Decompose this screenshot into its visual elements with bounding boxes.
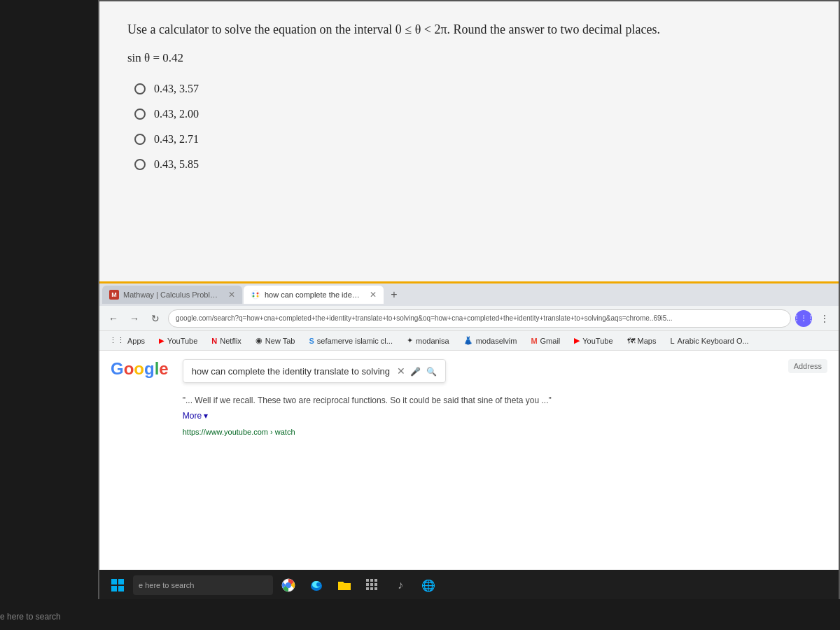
- bookmark-sefamerve[interactable]: S sefamerve islamic cl...: [304, 335, 397, 346]
- problem-title: Use a calculator to solve the equation o…: [127, 22, 811, 37]
- option-4[interactable]: 0.43, 5.85: [134, 158, 811, 171]
- svg-rect-23: [374, 587, 377, 590]
- google-logo: Google: [111, 359, 169, 379]
- taskbar-search-text: e here to search: [139, 581, 195, 589]
- bookmark-modaselvim[interactable]: 👗 modaselvim: [459, 335, 522, 346]
- maps-icon: 🗺: [627, 337, 635, 345]
- radio-4[interactable]: [134, 159, 146, 170]
- mathway-favicon: M: [109, 290, 119, 300]
- arabic-icon: L: [670, 337, 674, 345]
- bookmark-modanisa[interactable]: ✦ modanisa: [402, 335, 454, 346]
- search-content: Google how can complete the identity tra…: [99, 351, 839, 601]
- snippet-more[interactable]: More ▾: [183, 411, 209, 421]
- option-1[interactable]: 0.43, 3.57: [134, 83, 811, 95]
- modaselvim-label: modaselvim: [476, 337, 517, 345]
- svg-rect-22: [370, 587, 373, 590]
- google-g: G: [111, 359, 124, 378]
- windows-start-button[interactable]: [105, 573, 130, 598]
- bottom-bezel: e here to search: [0, 599, 840, 630]
- radio-3[interactable]: [134, 134, 146, 145]
- tab-google-close[interactable]: ✕: [370, 290, 377, 300]
- svg-rect-5: [111, 579, 117, 584]
- gmail-label: Gmail: [540, 337, 561, 345]
- profile-button[interactable]: ⋮⋮⋮: [795, 310, 812, 327]
- svg-rect-21: [366, 587, 369, 590]
- tab-mathway-label: Mathway | Calculus Problem Sol: [123, 290, 221, 299]
- gmail-icon: M: [531, 337, 537, 345]
- autocomplete-text: how can complete the identity translate …: [192, 366, 390, 377]
- svg-rect-17: [374, 579, 377, 582]
- svg-rect-18: [366, 583, 369, 586]
- address-bar-row: ← → ↻ google.com/search?q=how+cna+comple…: [99, 306, 839, 331]
- search-autocomplete[interactable]: how can complete the identity translate …: [183, 359, 446, 383]
- svg-point-0: [251, 290, 260, 299]
- option-4-label: 0.43, 5.85: [154, 158, 199, 171]
- equation: sin θ = 0.42: [127, 51, 811, 65]
- svg-point-2: [257, 293, 259, 295]
- search-clear-button[interactable]: ✕: [397, 365, 405, 377]
- bookmarks-bar: ⋮⋮ Apps ▶ YouTube N Netflix ◉ New Tab S …: [99, 331, 839, 351]
- apps-icon: ⋮⋮: [109, 336, 125, 345]
- menu-button[interactable]: ⋮: [816, 310, 833, 327]
- search-mic-icon[interactable]: 🎤: [410, 367, 421, 377]
- taskbar-globe[interactable]: 🌐: [416, 573, 441, 598]
- search-result: "... Well if we recall. These two are re…: [183, 394, 603, 438]
- address-text: google.com/search?q=how+cna+completed+th…: [176, 314, 673, 322]
- google-favicon: [251, 290, 260, 300]
- option-3[interactable]: 0.43, 2.71: [134, 133, 811, 146]
- tab-mathway-close[interactable]: ✕: [228, 290, 235, 300]
- taskbar-chrome[interactable]: [276, 573, 301, 598]
- math-paper: Use a calculator to solve the equation o…: [99, 1, 839, 295]
- address-label: Address: [788, 359, 827, 373]
- tab-add-button[interactable]: +: [385, 286, 403, 304]
- bookmark-arabic[interactable]: L Arabic Keyboard O...: [666, 335, 752, 346]
- netflix-label: Netflix: [220, 337, 241, 345]
- bookmark-netflix[interactable]: N Netflix: [207, 335, 246, 346]
- screen: Use a calculator to solve the equation o…: [98, 0, 840, 602]
- browser: M Mathway | Calculus Problem Sol ✕ how c…: [99, 281, 839, 601]
- answer-options: 0.43, 3.57 0.43, 2.00 0.43, 2.71 0.43, 5…: [134, 83, 811, 171]
- result-url[interactable]: https://www.youtube.com › watch: [183, 426, 603, 438]
- google-o2: o: [134, 359, 144, 378]
- forward-button[interactable]: →: [126, 310, 143, 327]
- tab-google[interactable]: how can complete the identity tr ✕: [244, 286, 384, 304]
- taskbar-edge[interactable]: [304, 573, 329, 598]
- maps-label: Maps: [638, 337, 657, 345]
- address-input[interactable]: google.com/search?q=how+cna+completed+th…: [168, 309, 791, 328]
- svg-rect-20: [374, 583, 377, 586]
- sefamerve-icon: S: [309, 337, 314, 345]
- bookmark-youtube[interactable]: ▶ YouTube: [155, 335, 202, 346]
- refresh-button[interactable]: ↻: [147, 310, 164, 327]
- newtab-label: New Tab: [265, 337, 295, 345]
- bookmark-apps[interactable]: ⋮⋮ Apps: [105, 335, 149, 346]
- tab-mathway[interactable]: M Mathway | Calculus Problem Sol ✕: [102, 286, 242, 304]
- search-magnifier-icon[interactable]: 🔍: [426, 367, 437, 377]
- back-button[interactable]: ←: [105, 310, 122, 327]
- taskbar-folder[interactable]: [332, 573, 357, 598]
- option-2[interactable]: 0.43, 2.00: [134, 108, 811, 120]
- google-e: e: [159, 359, 168, 378]
- arabic-label: Arabic Keyboard O...: [678, 337, 749, 345]
- youtube-bookmark-icon: ▶: [159, 337, 164, 344]
- option-1-label: 0.43, 3.57: [154, 83, 199, 95]
- snippet-text: "... Well if we recall. These two are re…: [183, 394, 603, 407]
- svg-point-11: [286, 583, 291, 588]
- svg-point-1: [253, 293, 255, 295]
- youtube2-icon: ▶: [574, 336, 580, 345]
- svg-rect-16: [370, 579, 373, 582]
- music-icon: ♪: [398, 579, 403, 592]
- taskbar-music[interactable]: ♪: [388, 573, 413, 598]
- tab-google-label: how can complete the identity tr: [265, 290, 363, 299]
- radio-1[interactable]: [134, 83, 146, 94]
- search-here-text: e here to search: [0, 612, 61, 622]
- bookmark-maps[interactable]: 🗺 Maps: [623, 335, 661, 346]
- bookmark-youtube2[interactable]: ▶ YouTube: [570, 335, 617, 346]
- bookmark-gmail[interactable]: M Gmail: [526, 335, 564, 346]
- radio-2[interactable]: [134, 108, 146, 120]
- modanisa-label: modanisa: [416, 337, 449, 345]
- taskbar-grid[interactable]: [360, 573, 385, 598]
- sefamerve-label: sefamerve islamic cl...: [317, 337, 393, 345]
- modanisa-icon: ✦: [407, 336, 413, 345]
- bookmark-newtab[interactable]: ◉ New Tab: [251, 335, 300, 346]
- taskbar-search[interactable]: e here to search: [133, 575, 273, 595]
